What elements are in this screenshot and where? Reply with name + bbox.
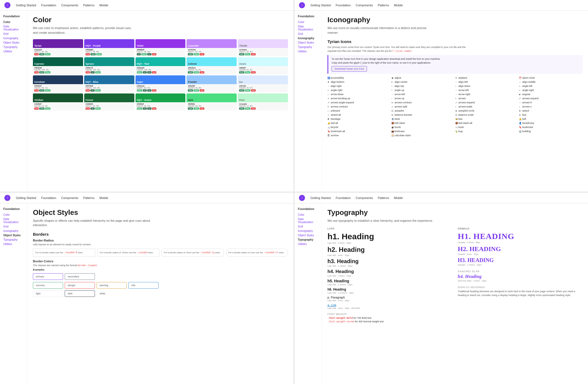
nav-gs-4[interactable]: Getting Started: [310, 196, 331, 200]
si-iconography-2[interactable]: Iconography: [298, 37, 318, 40]
p-meta: Lato 400 · 1rem · 16px: [327, 299, 452, 302]
airplane-icon: ✈: [455, 77, 457, 79]
nav-patterns-4[interactable]: Patterns: [378, 196, 389, 200]
si-color-2[interactable]: Color: [298, 21, 318, 24]
si-iconography-3[interactable]: Iconography: [3, 229, 24, 232]
si-util-3[interactable]: Utilities: [3, 243, 24, 246]
si-typo-4[interactable]: Typography: [298, 238, 318, 241]
si-util-2[interactable]: Utilities: [298, 50, 318, 53]
iconography-content: Iconography We use icons to visually com…: [322, 11, 588, 192]
icon-bookmark: 🔖bookmark: [519, 125, 583, 129]
sidebar-item-dataviz[interactable]: Data Visualization: [3, 25, 24, 31]
nav-typography: Getting Started Foundation Components Pa…: [295, 193, 588, 203]
color-swatch-grid: Tyrian #3a1d16 hsl(271, 50, 23) Fail AAA…: [33, 39, 288, 110]
icon-balance-booster: ⚖balance-booster: [391, 113, 455, 117]
nav-objstyles: Getting Started Foundation Components Pa…: [0, 193, 293, 203]
nav-gs-3[interactable]: Getting Started: [16, 196, 36, 200]
nav-gs-2[interactable]: Getting Started: [310, 4, 331, 7]
nav-logo-4[interactable]: [299, 195, 305, 201]
icon-calculate: 🧮calculate-claim: [391, 133, 455, 137]
nav-mobile-4[interactable]: Mobile: [394, 196, 403, 200]
si-color-4[interactable]: Color: [298, 213, 318, 216]
si-objstyles-4[interactable]: Object Styles: [298, 234, 318, 237]
border-demo-0: For no border-radius use the .rounded-0 …: [33, 249, 95, 257]
arrow-trending-up-icon: ↗: [327, 97, 330, 99]
download-font-btn[interactable]: Download Tyrian Icon Font: [332, 66, 367, 72]
si-grid-3[interactable]: Grid: [3, 225, 24, 228]
nav-foundation-3[interactable]: Foundation: [41, 196, 56, 200]
sidebar-item-iconography[interactable]: Iconography: [3, 37, 24, 40]
si-dataviz-2[interactable]: Data Visualization: [298, 25, 318, 31]
nav-logo[interactable]: [4, 2, 10, 8]
tyrian-icons-heading: Tyrian Icons: [327, 39, 583, 44]
nav-mobile-3[interactable]: Mobile: [99, 196, 108, 200]
si-color-3[interactable]: Color: [3, 213, 24, 216]
typography-grid: Lato h1. Heading Lato 400 · 2.5rem · 40p…: [327, 227, 583, 324]
si-typo-2[interactable]: Typography: [298, 45, 318, 49]
border-radius-desc: Add classes to an element to easily roun…: [33, 243, 288, 246]
border-primary: primary: [33, 273, 63, 280]
si-objstyles-2[interactable]: Object Styles: [298, 41, 318, 44]
icon-arrows-expand2: ⤢arrows-expand: [455, 101, 519, 104]
color-examples-top: primary secondary: [33, 273, 288, 280]
icon-building: 🏢building: [519, 129, 583, 133]
bell-slash-alt-icon: 🔕: [455, 122, 457, 124]
nav-patterns[interactable]: Patterns: [83, 4, 94, 7]
nav-components-4[interactable]: Components: [356, 196, 373, 200]
p-lato: p. Paragraph: [327, 296, 452, 299]
nav-logo-2[interactable]: [299, 2, 305, 8]
si-typo-3[interactable]: Typography: [3, 238, 24, 241]
arrows-contract2-icon: ⇐: [327, 106, 330, 108]
nav-links-3: Getting Started Foundation Components Pa…: [16, 196, 108, 200]
si-iconography-4[interactable]: Iconography: [298, 229, 318, 232]
nav-patterns-2[interactable]: Patterns: [378, 4, 389, 7]
lato-label: Lato: [327, 227, 452, 230]
arrows-trade-icon: ↕: [455, 106, 457, 108]
sidebar-item-utilities[interactable]: Utilities: [3, 50, 24, 53]
arrows-v-icon: ↕: [519, 106, 521, 108]
icon-ban: ⊘ban: [519, 113, 583, 117]
si-dataviz-3[interactable]: Data Visualization: [3, 218, 24, 224]
icon-arrows-trade: ↕arrows-trade: [455, 105, 519, 109]
sidebar-item-grid[interactable]: Grid: [3, 32, 24, 35]
icon-archive: 🗄archive: [327, 133, 391, 137]
icon-bell-slash-alt: 🔕bell-slash-alt: [455, 121, 519, 125]
fw-normal-row: .font-weight-norma for 400 Normal weight…: [327, 320, 452, 323]
building-icon: 🏢: [519, 130, 521, 132]
icon-adjust: ◑adjust: [391, 76, 455, 80]
nav-foundation-4[interactable]: Foundation: [336, 196, 351, 200]
nav-foundation-2[interactable]: Foundation: [336, 4, 351, 7]
icon-arrows-angle-expand: ↗arrows-angle-expand: [327, 101, 391, 104]
si-objstyles-3[interactable]: Object Styles: [3, 234, 24, 237]
h1-oswald: H1. HEADING: [458, 232, 583, 241]
archive-icon: 🗄: [327, 134, 330, 136]
sidebar-item-typography[interactable]: Typography: [3, 45, 24, 49]
nav-patterns-3[interactable]: Patterns: [83, 196, 94, 200]
nav-getting-started[interactable]: Getting Started: [16, 4, 36, 7]
si-util-4[interactable]: Utilities: [298, 243, 318, 246]
h1-meta: Lato 400 · 2.5rem · 40px: [327, 242, 452, 244]
swatch-capri: Capri #2b2ced hsl(204, 84, 54) Pass AA A…: [135, 75, 186, 92]
nav-components-2[interactable]: Components: [356, 4, 373, 7]
align-right-icon: →: [327, 85, 330, 87]
icon-bicycle: 🚲bicycle: [327, 125, 391, 129]
sidebar-item-objectstyles[interactable]: Object Styles: [3, 41, 24, 44]
objstyles-content: Object Styles Specific shapes or effects…: [27, 203, 293, 384]
si-grid-2[interactable]: Grid: [298, 32, 318, 35]
si-grid-4[interactable]: Grid: [298, 225, 318, 228]
nav-components[interactable]: Components: [61, 4, 78, 7]
h6-meta: Lato 400 · 1.125rem · 18px: [327, 292, 452, 294]
swatch-thistle: Thistle #e7e0ed hsl(271, 30, 91) AAA Pas…: [238, 39, 288, 56]
nav-logo-3[interactable]: [4, 195, 10, 201]
si-dataviz-4[interactable]: Data Visualization: [298, 218, 318, 224]
nav-mobile-2[interactable]: Mobile: [394, 4, 403, 7]
nav-components-3[interactable]: Components: [61, 196, 78, 200]
sidebar-item-color[interactable]: Color: [3, 21, 24, 24]
iconography-page-body: Foundation Color Data Visualization Grid…: [295, 11, 588, 192]
nav-mobile[interactable]: Mobile: [99, 4, 108, 7]
align-middle-icon: ↔: [519, 81, 521, 83]
nav-foundation[interactable]: Foundation: [41, 4, 56, 7]
arrow-left-icon: ←: [455, 89, 457, 91]
align-top-icon: ↑: [391, 85, 394, 87]
award-icon: ★: [519, 110, 521, 112]
